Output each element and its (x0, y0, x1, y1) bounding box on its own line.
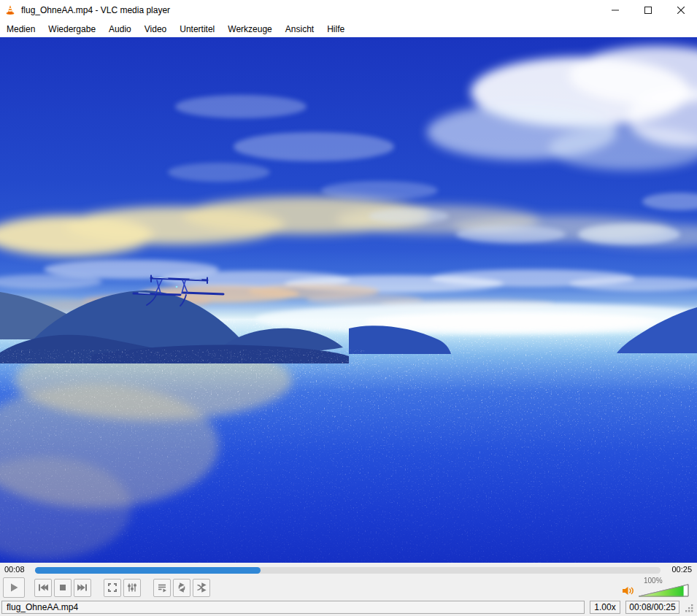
resize-grip[interactable] (685, 603, 694, 612)
menu-untertitel[interactable]: Untertitel (173, 22, 221, 36)
menu-werkzeuge[interactable]: Werkzeuge (221, 22, 278, 36)
stop-button[interactable] (54, 579, 72, 597)
volume-percent: 100% (644, 577, 663, 585)
time-total: 00:25 (671, 565, 692, 574)
menu-wiedergabe[interactable]: Wiedergabe (42, 22, 102, 36)
menubar: Medien Wiedergabe Audio Video Untertitel… (0, 20, 697, 37)
skip-back-icon (37, 582, 49, 593)
minimize-icon (612, 7, 619, 14)
seek-slider[interactable] (35, 567, 661, 574)
stop-icon (57, 582, 69, 593)
next-button[interactable] (74, 579, 91, 597)
seek-row: 00:08 00:25 (0, 563, 697, 577)
menu-audio[interactable]: Audio (102, 22, 138, 36)
close-icon (677, 7, 685, 14)
statusbar: flug_OhneAA.mp4 1.00x 00:08/00:25 (0, 600, 697, 616)
previous-button[interactable] (34, 579, 52, 597)
menu-medien[interactable]: Medien (0, 22, 42, 36)
extended-settings-button[interactable] (123, 579, 141, 597)
menu-ansicht[interactable]: Ansicht (279, 22, 320, 36)
window-title: flug_OhneAA.mp4 - VLC media player (21, 5, 170, 15)
speaker-icon[interactable] (621, 585, 635, 596)
vlc-window: flug_OhneAA.mp4 - VLC media player Medie… (0, 0, 697, 616)
titlebar[interactable]: flug_OhneAA.mp4 - VLC media player (0, 0, 697, 20)
play-button[interactable] (3, 577, 25, 598)
menu-video[interactable]: Video (138, 22, 173, 36)
play-icon (7, 581, 20, 594)
loop-button[interactable] (173, 579, 190, 597)
shuffle-icon (196, 582, 207, 593)
volume-cluster: 100% (621, 578, 690, 597)
seek-fill (35, 567, 261, 574)
menu-hilfe[interactable]: Hilfe (320, 22, 351, 36)
time-elapsed: 00:08 (4, 565, 25, 574)
video-scene (0, 37, 697, 563)
loop-icon (176, 582, 188, 593)
status-playback-speed[interactable]: 1.00x (590, 601, 620, 614)
video-canvas[interactable] (0, 37, 697, 563)
playlist-button[interactable] (153, 579, 171, 597)
shore-sparkle (0, 350, 365, 374)
minimize-button[interactable] (598, 0, 631, 20)
random-button[interactable] (193, 579, 210, 597)
maximize-button[interactable] (631, 0, 664, 20)
maximize-icon (644, 7, 652, 14)
fullscreen-icon (107, 582, 118, 593)
status-filename: flug_OhneAA.mp4 (1, 601, 585, 614)
fullscreen-button[interactable] (104, 579, 121, 597)
playlist-icon (156, 582, 168, 593)
controls-bar: 100% (0, 577, 697, 600)
vlc-cone-icon (4, 4, 16, 16)
equalizer-sliders-icon (126, 582, 138, 593)
volume-slider[interactable] (639, 584, 690, 597)
close-button[interactable] (664, 0, 697, 20)
skip-forward-icon (77, 582, 88, 593)
status-time-display[interactable]: 00:08/00:25 (625, 601, 679, 614)
